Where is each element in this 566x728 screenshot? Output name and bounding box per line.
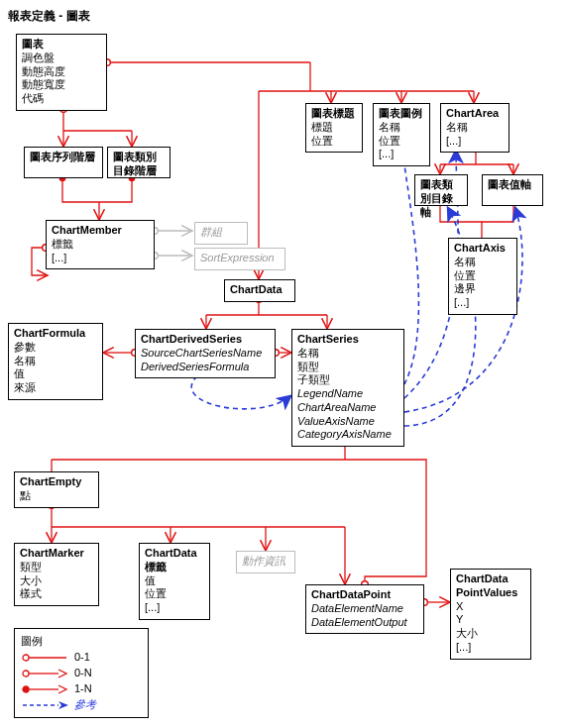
node-chart-data-label: ChartData標籤 值 位置 [...] bbox=[139, 543, 210, 620]
legend-item: 1-N bbox=[21, 681, 142, 697]
node-chart-legend: 圖表圖例 名稱 位置 [...] bbox=[373, 103, 430, 166]
node-chart-marker: ChartMarker 類型 大小 樣式 bbox=[14, 543, 99, 606]
legend-box: 圖例 0-1 0-N 1-N 參考 bbox=[14, 628, 149, 718]
svg-point-5 bbox=[23, 671, 29, 676]
node-action-info: 動作資訊 bbox=[236, 551, 295, 573]
diagram-canvas: 報表定義 - 圖表 bbox=[8, 8, 558, 721]
legend-symbol-0-1 bbox=[21, 653, 68, 663]
legend-symbol-0-n bbox=[21, 669, 68, 678]
node-chart-derived-series: ChartDerivedSeries SourceChartSeriesName… bbox=[135, 329, 276, 378]
node-chart: 圖表 調色盤 動態高度 動態寬度 代碼 bbox=[16, 34, 107, 111]
svg-point-3 bbox=[23, 655, 29, 661]
node-title: 圖表 bbox=[22, 38, 101, 52]
legend-symbol-1-n bbox=[21, 684, 68, 694]
legend-item: 參考 bbox=[21, 697, 142, 713]
node-category-axis: 圖表類別目錄軸 bbox=[414, 174, 468, 206]
diagram-title: 報表定義 - 圖表 bbox=[8, 8, 90, 25]
node-series-hierarchy: 圖表序列階層 bbox=[24, 147, 103, 178]
node-group: 群組 bbox=[194, 222, 248, 245]
node-chart-axis: ChartAxis 名稱 位置 邊界 [...] bbox=[448, 238, 517, 315]
node-chart-area: ChartArea 名稱 [...] bbox=[440, 103, 509, 153]
legend-symbol-ref bbox=[21, 700, 68, 710]
legend-item: 0-N bbox=[21, 666, 142, 681]
node-sort-expression: SortExpression bbox=[194, 248, 285, 270]
node-chart-empty: ChartEmpty 點 bbox=[14, 471, 99, 508]
node-chart-series: ChartSeries 名稱 類型 子類型 LegendName ChartAr… bbox=[291, 329, 404, 447]
node-chart-data: ChartData bbox=[224, 279, 295, 302]
svg-point-7 bbox=[23, 686, 29, 692]
node-chart-data-point: ChartDataPoint DataElementName DataEleme… bbox=[305, 584, 424, 634]
node-chart-title: 圖表標題 標題 位置 bbox=[305, 103, 363, 153]
node-category-hierarchy: 圖表類別目錄階層 bbox=[107, 147, 170, 178]
node-chart-formula: ChartFormula 參數 名稱 值 來源 bbox=[8, 323, 103, 400]
node-chart-member: ChartMember 標籤 [...] bbox=[46, 220, 155, 269]
node-value-axis: 圖表值軸 bbox=[482, 174, 543, 206]
legend-title: 圖例 bbox=[21, 633, 142, 650]
node-chart-data-point-values: ChartDataPointValues X Y 大小 [...] bbox=[450, 569, 531, 660]
legend-item: 0-1 bbox=[21, 650, 142, 666]
